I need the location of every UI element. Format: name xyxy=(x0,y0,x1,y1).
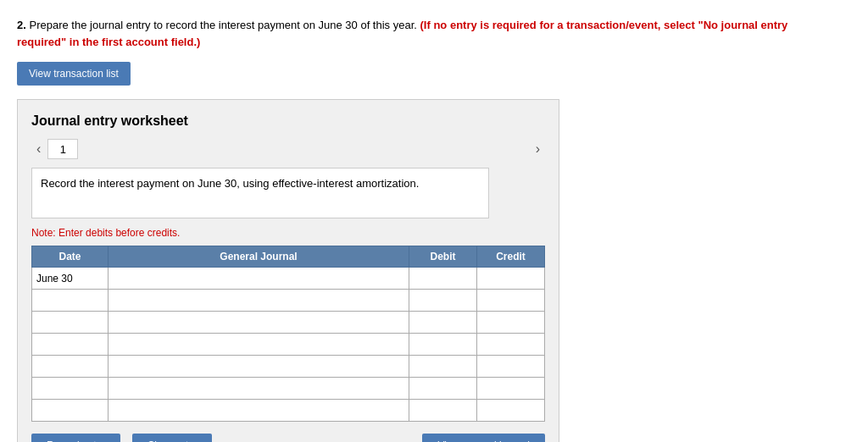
description-box: Record the interest payment on June 30, … xyxy=(31,168,489,218)
debit-input[interactable] xyxy=(409,334,476,355)
credit-input[interactable] xyxy=(477,268,544,289)
col-header-debit: Debit xyxy=(409,246,477,268)
debit-input[interactable] xyxy=(409,312,476,333)
table-row xyxy=(32,312,545,334)
credit-input[interactable] xyxy=(477,312,544,333)
debit-input[interactable] xyxy=(409,400,476,421)
date-input[interactable] xyxy=(32,378,108,399)
table-row xyxy=(32,378,545,400)
table-row xyxy=(32,334,545,356)
record-entry-button[interactable]: Record entry xyxy=(31,434,120,442)
date-input[interactable] xyxy=(32,312,108,333)
clear-entry-button[interactable]: Clear entry xyxy=(132,434,213,442)
view-general-journal-button[interactable]: View general journal xyxy=(422,434,545,442)
date-input[interactable] xyxy=(32,356,108,377)
credit-input[interactable] xyxy=(477,290,544,311)
note-text: Note: Enter debits before credits. xyxy=(31,227,545,239)
credit-input[interactable] xyxy=(477,334,544,355)
debit-input[interactable] xyxy=(409,290,476,311)
col-header-gj: General Journal xyxy=(108,246,409,268)
date-input[interactable] xyxy=(32,290,108,311)
col-header-credit: Credit xyxy=(477,246,545,268)
general-journal-input[interactable] xyxy=(108,400,409,421)
credit-input[interactable] xyxy=(477,400,544,421)
debit-input[interactable] xyxy=(409,356,476,377)
worksheet-container: Journal entry worksheet ‹ › Record the i… xyxy=(17,99,559,442)
debit-input[interactable] xyxy=(409,268,476,289)
general-journal-input[interactable] xyxy=(108,334,409,355)
col-header-date: Date xyxy=(32,246,108,268)
next-arrow-button[interactable]: › xyxy=(531,140,545,158)
general-journal-input[interactable] xyxy=(108,356,409,377)
general-journal-input[interactable] xyxy=(108,268,409,289)
general-journal-input[interactable] xyxy=(108,378,409,399)
table-row xyxy=(32,400,545,422)
date-input[interactable] xyxy=(32,268,108,289)
date-input[interactable] xyxy=(32,400,108,421)
credit-input[interactable] xyxy=(477,356,544,377)
view-transaction-button[interactable]: View transaction list xyxy=(17,62,131,86)
table-row xyxy=(32,356,545,378)
table-row xyxy=(32,268,545,290)
journal-table: Date General Journal Debit Credit xyxy=(31,246,545,422)
general-journal-input[interactable] xyxy=(108,312,409,333)
general-journal-input[interactable] xyxy=(108,290,409,311)
question-text: 2. Prepare the journal entry to record t… xyxy=(17,17,831,50)
prev-arrow-button[interactable]: ‹ xyxy=(31,140,46,158)
credit-input[interactable] xyxy=(477,378,544,399)
page-number-input[interactable] xyxy=(47,139,78,159)
worksheet-title: Journal entry worksheet xyxy=(31,113,545,129)
nav-row: ‹ › xyxy=(31,139,545,159)
table-row xyxy=(32,290,545,312)
action-buttons: Record entry Clear entry View general jo… xyxy=(31,434,545,442)
date-input[interactable] xyxy=(32,334,108,355)
debit-input[interactable] xyxy=(409,378,476,399)
